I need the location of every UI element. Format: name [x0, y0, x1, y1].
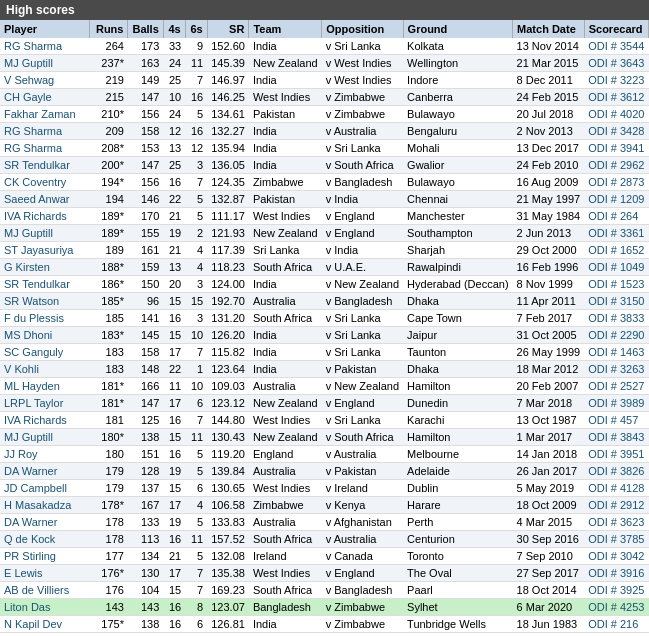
table-row: Saeed Anwar194146225132.87Pakistanv Indi…	[0, 191, 649, 208]
table-row: SR Watson185*961515192.70Australiav Bang…	[0, 293, 649, 310]
table-row: SR Tendulkar200*147253136.05Indiav South…	[0, 157, 649, 174]
high-scores-table: Player Runs Balls 4s 6s SR Team Oppositi…	[0, 20, 649, 633]
header-6s: 6s	[185, 20, 207, 38]
table-row: JJ Roy180151165119.20Englandv AustraliaM…	[0, 446, 649, 463]
header-opposition: Opposition	[322, 20, 403, 38]
table-header-row: Player Runs Balls 4s 6s SR Team Oppositi…	[0, 20, 649, 38]
title-bar: High scores	[0, 0, 649, 20]
table-row: SR Tendulkar186*150203124.00Indiav New Z…	[0, 276, 649, 293]
header-runs: Runs	[90, 20, 128, 38]
table-row: ML Hayden181*1661110109.03Australiav New…	[0, 378, 649, 395]
table-row: AB de Villiers176104157169.23South Afric…	[0, 582, 649, 599]
header-player: Player	[0, 20, 90, 38]
header-sr: SR	[207, 20, 249, 38]
table-row: IVA Richards181125167144.80West Indiesv …	[0, 412, 649, 429]
table-row: PR Stirling177134215132.08Irelandv Canad…	[0, 548, 649, 565]
table-row: V Sehwag219149257146.97Indiav West Indie…	[0, 72, 649, 89]
table-row: LRPL Taylor181*147176123.12New Zealandv …	[0, 395, 649, 412]
table-row: H Masakadza178*167174106.58Zimbabwev Ken…	[0, 497, 649, 514]
table-row: IVA Richards189*170215111.17West Indiesv…	[0, 208, 649, 225]
table-row: ST Jayasuriya189161214117.39Sri Lankav I…	[0, 242, 649, 259]
table-row: MJ Guptill189*155192121.93New Zealandv E…	[0, 225, 649, 242]
table-row: G Kirsten188*159134118.23South Africav U…	[0, 259, 649, 276]
table-row: N Kapil Dev175*138166126.81Indiav Zimbab…	[0, 616, 649, 633]
table-row: JD Campbell179137156130.65West Indiesv I…	[0, 480, 649, 497]
header-ground: Ground	[403, 20, 513, 38]
table-row: DA Warner179128195139.84Australiav Pakis…	[0, 463, 649, 480]
table-row: F du Plessis185141163131.20South Africav…	[0, 310, 649, 327]
table-row: RG Sharma208*1531312135.94Indiav Sri Lan…	[0, 140, 649, 157]
table-row: DA Warner178133195133.83Australiav Afgha…	[0, 514, 649, 531]
table-row: CH Gayle2151471016146.25West Indiesv Zim…	[0, 89, 649, 106]
table-row: E Lewis176*130177135.38West Indiesv Engl…	[0, 565, 649, 582]
table-row: V Kohli183148221123.64Indiav PakistanDha…	[0, 361, 649, 378]
header-scorecard: Scorecard	[584, 20, 648, 38]
table-row: Fakhar Zaman210*156245134.61Pakistanv Zi…	[0, 106, 649, 123]
table-row: RG Sharma264173339152.60Indiav Sri Lanka…	[0, 38, 649, 55]
table-row: SC Ganguly183158177115.82Indiav Sri Lank…	[0, 344, 649, 361]
table-row: MJ Guptill180*1381511130.43New Zealandv …	[0, 429, 649, 446]
table-row: Q de Kock1781131611157.52South Africav A…	[0, 531, 649, 548]
table-row: Liton Das143143168123.07Bangladeshv Zimb…	[0, 599, 649, 616]
header-4s: 4s	[163, 20, 185, 38]
table-row: MJ Guptill237*1632411145.39New Zealandv …	[0, 55, 649, 72]
header-match-date: Match Date	[513, 20, 585, 38]
header-balls: Balls	[128, 20, 163, 38]
page-title: High scores	[6, 3, 75, 17]
table-row: CK Coventry194*156167124.35Zimbabwev Ban…	[0, 174, 649, 191]
table-row: MS Dhoni183*1451510126.20Indiav Sri Lank…	[0, 327, 649, 344]
table-row: RG Sharma2091581216132.27Indiav Australi…	[0, 123, 649, 140]
header-team: Team	[249, 20, 322, 38]
